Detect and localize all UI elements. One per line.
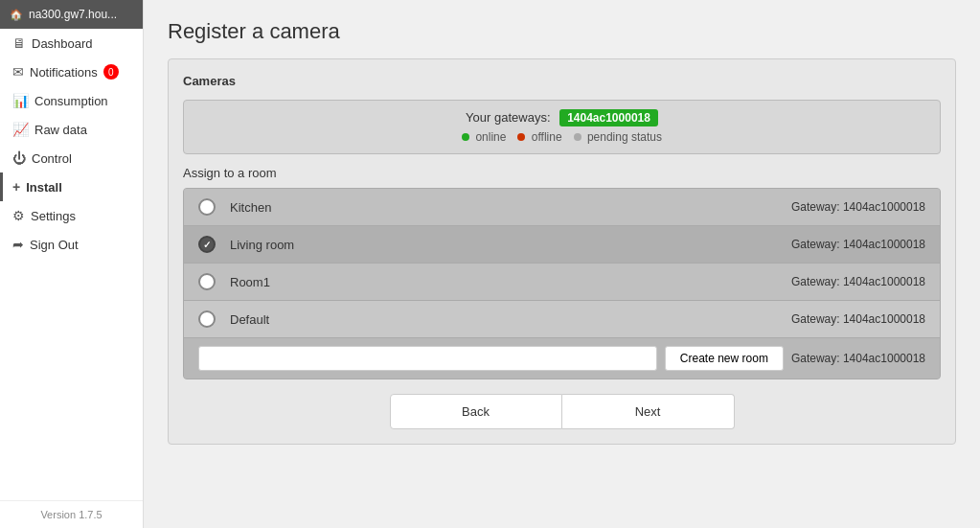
sidebar-item-settings[interactable]: ⚙ Settings	[0, 201, 143, 230]
sidebar-label-rawdata: Raw data	[34, 123, 87, 137]
pending-dot	[574, 133, 581, 141]
sidebar-nav: 🖥 Dashboard ✉ Notifications 0 📊 Consumpt…	[0, 29, 143, 500]
sidebar-label-dashboard: Dashboard	[32, 36, 93, 51]
install-icon: +	[12, 179, 20, 195]
gateway-label: Your gateways:	[466, 110, 550, 125]
room-row-kitchen[interactable]: Kitchen Gateway: 1404ac1000018	[184, 189, 940, 226]
create-room-button[interactable]: Create new room	[665, 346, 784, 371]
room-row-default[interactable]: Default Gateway: 1404ac1000018	[184, 301, 940, 338]
room-name-room1: Room1	[230, 275, 777, 289]
action-buttons: Back Next	[183, 394, 941, 429]
room-gateway-room1: Gateway: 1404ac1000018	[791, 275, 925, 288]
home-icon: 🏠	[10, 9, 23, 21]
signout-icon: ➦	[12, 237, 24, 252]
cameras-panel: Cameras Your gateways: 1404ac1000018 onl…	[168, 58, 956, 445]
radio-kitchen[interactable]	[198, 198, 216, 216]
new-room-input[interactable]	[198, 346, 657, 371]
online-dot	[462, 133, 469, 141]
room-name-default: Default	[230, 312, 777, 327]
online-status: online	[462, 130, 506, 144]
new-room-row: Create new room Gateway: 1404ac1000018	[184, 338, 940, 379]
sidebar-version: Version 1.7.5	[0, 500, 143, 528]
back-button[interactable]: Back	[390, 394, 562, 429]
gateway-line: Your gateways: 1404ac1000018	[198, 110, 925, 125]
online-label: online	[475, 130, 506, 144]
pending-label: pending status	[587, 130, 662, 144]
sidebar-item-consumption[interactable]: 📊 Consumption	[0, 86, 143, 115]
notifications-badge: 0	[103, 64, 119, 80]
room-name-living: Living room	[230, 238, 777, 252]
sidebar-label-signout: Sign Out	[30, 238, 79, 252]
sidebar-item-signout[interactable]: ➦ Sign Out	[0, 230, 143, 259]
sidebar-item-control[interactable]: ⏻ Control	[0, 144, 143, 172]
offline-status: offline	[517, 130, 561, 144]
assign-section: Assign to a room Kitchen Gateway: 1404ac…	[183, 166, 941, 379]
offline-label: offline	[532, 130, 562, 144]
sidebar-label-install: Install	[26, 180, 62, 195]
sidebar-item-install[interactable]: + Install	[0, 172, 143, 201]
consumption-icon: 📊	[12, 93, 29, 108]
gateway-value: 1404ac1000018	[559, 109, 658, 126]
room-name-kitchen: Kitchen	[230, 200, 777, 215]
radio-living[interactable]	[198, 236, 216, 253]
radio-room1[interactable]	[198, 273, 216, 290]
rooms-container: Kitchen Gateway: 1404ac1000018 Living ro…	[183, 188, 941, 379]
status-line: online offline pending status	[198, 130, 925, 144]
radio-default[interactable]	[198, 310, 216, 328]
sidebar-label-notifications: Notifications	[30, 65, 98, 80]
next-button[interactable]: Next	[562, 394, 735, 429]
offline-dot	[517, 133, 525, 141]
gateway-box: Your gateways: 1404ac1000018 online offl…	[183, 100, 941, 154]
sidebar-label-control: Control	[32, 151, 72, 166]
sidebar-item-notifications[interactable]: ✉ Notifications 0	[0, 57, 143, 86]
control-icon: ⏻	[12, 150, 26, 166]
pending-status: pending status	[574, 130, 662, 144]
sidebar-header[interactable]: 🏠 na300.gw7.hou...	[0, 0, 143, 29]
sidebar-item-rawdata[interactable]: 📈 Raw data	[0, 115, 143, 144]
settings-icon: ⚙	[12, 208, 25, 223]
sidebar-label-consumption: Consumption	[34, 94, 108, 108]
room-gateway-default: Gateway: 1404ac1000018	[791, 312, 925, 326]
sidebar-label-settings: Settings	[31, 209, 76, 223]
dashboard-icon: 🖥	[12, 35, 26, 51]
sidebar: 🏠 na300.gw7.hou... 🖥 Dashboard ✉ Notific…	[0, 0, 144, 528]
new-room-gateway: Gateway: 1404ac1000018	[791, 352, 925, 365]
rawdata-icon: 📈	[12, 122, 29, 137]
room-row-living[interactable]: Living room Gateway: 1404ac1000018	[184, 226, 940, 264]
sidebar-server-label: na300.gw7.hou...	[29, 8, 117, 21]
room-gateway-living: Gateway: 1404ac1000018	[791, 238, 925, 251]
assign-label: Assign to a room	[183, 166, 941, 180]
sidebar-item-dashboard[interactable]: 🖥 Dashboard	[0, 29, 143, 57]
page-title: Register a camera	[168, 19, 956, 44]
cameras-section-label: Cameras	[183, 74, 941, 88]
notifications-icon: ✉	[12, 64, 24, 80]
room-gateway-kitchen: Gateway: 1404ac1000018	[791, 200, 925, 214]
main-content: Register a camera Cameras Your gateways:…	[144, 0, 980, 528]
room-row-room1[interactable]: Room1 Gateway: 1404ac1000018	[184, 264, 940, 301]
